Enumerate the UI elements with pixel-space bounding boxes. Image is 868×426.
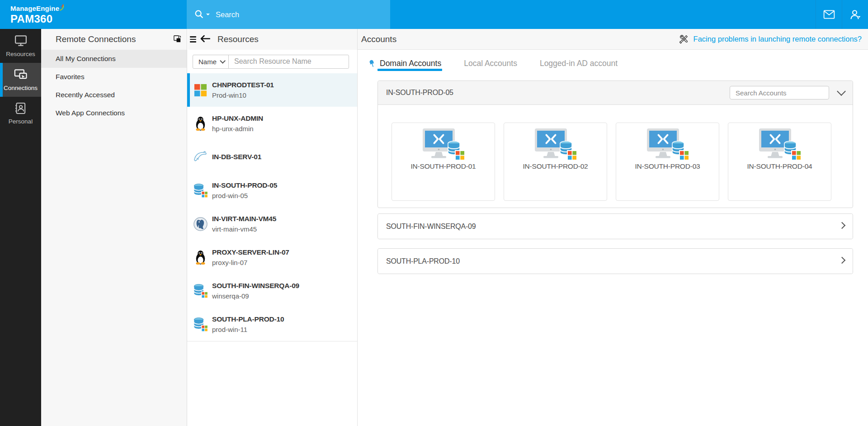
personal-book-icon (14, 102, 27, 115)
accounts-tabs: Domain Accounts Local Accounts Logged-in… (358, 50, 868, 77)
database-windows-icon (193, 183, 208, 198)
resource-row-chnprodtest-01[interactable]: CHNPRODTEST-01Prod-win10 (187, 73, 357, 107)
tab-domain-accounts[interactable]: Domain Accounts (368, 50, 441, 77)
brand-swoosh-icon (59, 4, 65, 11)
account-card-in-south-prod-04[interactable]: IN-SOUTH-PROD-04 (728, 123, 831, 201)
connections-icon (14, 68, 28, 81)
back-arrow-icon[interactable] (200, 34, 210, 44)
sidebar-label-personal: Personal (9, 118, 33, 125)
sidebar-item-connections[interactable]: Connections (0, 63, 41, 97)
notifications-mail-button[interactable] (816, 0, 842, 29)
chevron-down-icon (220, 58, 226, 64)
connections-item-web-app-connections[interactable]: Web App Connections (41, 104, 187, 122)
database-windows-icon (193, 283, 208, 298)
connections-item-recently-accessed[interactable]: Recently Accessed (41, 86, 187, 104)
user-menu-button[interactable] (842, 0, 868, 29)
tab-logged-in-ad-account[interactable]: Logged-in AD account (540, 50, 618, 77)
search-accounts-input[interactable]: Search Accounts (730, 86, 829, 99)
pin-icon (368, 59, 376, 68)
remote-connections-panel: Remote Connections All My Connections Fa… (41, 29, 187, 426)
top-bar: ManageEngine PAM360 Search (0, 0, 868, 29)
connections-item-all-my-connections[interactable]: All My Connections (41, 50, 187, 68)
user-icon (849, 9, 861, 20)
expand-chevron-icon[interactable] (840, 223, 844, 228)
account-card-in-south-prod-03[interactable]: IN-SOUTH-PROD-03 (616, 123, 719, 201)
accounts-panel: Accounts Facing problems in launching re… (357, 29, 868, 426)
connections-item-favorites[interactable]: Favorites (41, 68, 187, 86)
account-group-south-pla-prod-10[interactable]: SOUTH-PLA-PROD-10 (377, 248, 853, 274)
global-search[interactable]: Search (187, 0, 390, 29)
brand-pam360: PAM360 (10, 14, 65, 24)
menu-icon[interactable] (190, 36, 196, 43)
left-nav: Resources Connections Personal (0, 29, 41, 426)
resource-row-in-db-serv-01[interactable]: IN-DB-SERV-01 (187, 140, 357, 174)
mysql-dolphin-icon (193, 149, 208, 165)
sidebar-item-resources[interactable]: Resources (0, 29, 41, 63)
database-windows-icon (193, 317, 208, 332)
global-search-placeholder: Search (216, 10, 239, 19)
expand-chevron-icon[interactable] (840, 258, 844, 263)
rdp-monitor-icon (646, 128, 689, 161)
monitor-icon (14, 34, 28, 47)
account-group-header[interactable]: IN-SOUTH-PROD-05 Search Accounts (378, 81, 853, 104)
linux-tux-icon (193, 116, 208, 131)
resource-filter-dropdown[interactable]: Name (193, 55, 229, 68)
rdp-monitor-icon (758, 128, 802, 161)
resource-row-south-pla-prod-10[interactable]: SOUTH-PLA-PROD-10prod-win-11 (187, 308, 357, 341)
resources-panel: Resources Name Search Resource Name CHNP… (187, 29, 357, 426)
resource-search: Name Search Resource Name (193, 55, 349, 69)
windows-icon (193, 82, 208, 98)
account-card-in-south-prod-01[interactable]: IN-SOUTH-PROD-01 (392, 123, 495, 201)
account-group-in-south-prod-05: IN-SOUTH-PROD-05 Search Accounts IN-SOUT… (377, 80, 853, 208)
rdp-monitor-icon (534, 128, 577, 161)
brand-managengine: ManageEngine (10, 5, 59, 12)
account-card-in-south-prod-02[interactable]: IN-SOUTH-PROD-02 (504, 123, 607, 201)
resource-search-input[interactable]: Search Resource Name (229, 55, 349, 68)
remote-connections-title: Remote Connections (56, 34, 136, 44)
rdp-monitor-icon (422, 128, 465, 161)
resource-row-proxy-server-lin-07[interactable]: PROXY-SERVER-LIN-07proxy-lin-07 (187, 241, 357, 274)
sidebar-item-personal[interactable]: Personal (0, 97, 41, 130)
tab-local-accounts[interactable]: Local Accounts (464, 50, 517, 77)
postgresql-icon (193, 216, 208, 232)
accounts-title: Accounts (361, 34, 396, 44)
resources-title: Resources (217, 34, 259, 44)
mail-icon (823, 10, 835, 19)
resource-row-in-south-prod-05[interactable]: IN-SOUTH-PROD-05prod-win-05 (187, 174, 357, 207)
resource-row-in-virt-main-vm45[interactable]: IN-VIRT-MAIN-VM45virt-main-vm45 (187, 207, 357, 241)
search-icon[interactable] (194, 9, 210, 20)
collapse-chevron-icon[interactable] (838, 88, 844, 95)
resource-row-south-fin-winserqa-09[interactable]: SOUTH-FIN-WINSERQA-09winserqa-09 (187, 274, 357, 308)
resource-list: CHNPRODTEST-01Prod-win10 HP-UNX-ADMINhp-… (187, 73, 357, 341)
resource-row-hp-unx-admin[interactable]: HP-UNX-ADMINhp-unx-admin (187, 107, 357, 140)
brand-logo[interactable]: ManageEngine PAM360 (10, 4, 65, 24)
sidebar-label-connections: Connections (4, 85, 38, 91)
account-group-south-fin-winserqa-09[interactable]: SOUTH-FIN-WINSERQA-09 (377, 213, 853, 239)
popout-icon[interactable] (173, 34, 182, 46)
tools-icon (679, 34, 689, 44)
sidebar-label-resources: Resources (6, 51, 35, 57)
remote-connection-help-link[interactable]: Facing problems in launching remote conn… (679, 34, 862, 44)
linux-tux-icon (193, 250, 208, 265)
